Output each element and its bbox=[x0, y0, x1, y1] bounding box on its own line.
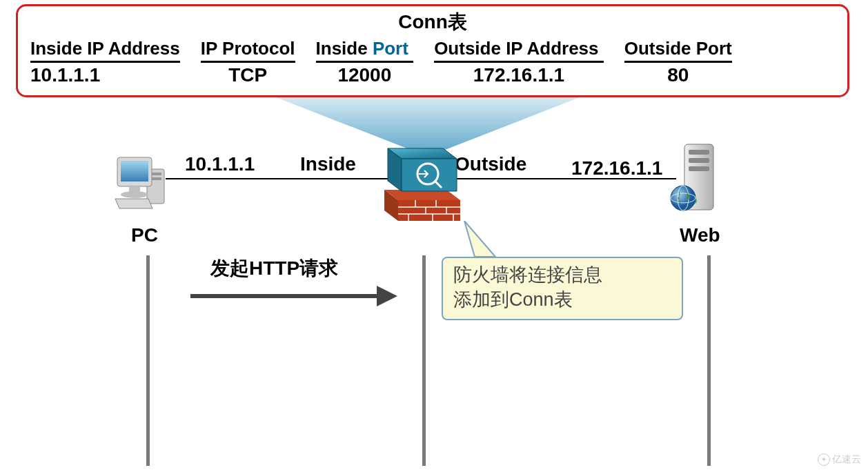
callout-line2: 添加到Conn表 bbox=[453, 287, 671, 312]
col-inside-ip: Inside IP Address 10.1.1.1 bbox=[30, 38, 180, 86]
pc-icon bbox=[114, 145, 169, 214]
watermark-icon: ✦ bbox=[818, 453, 830, 466]
svg-marker-10 bbox=[398, 200, 460, 221]
right-ip-label: 172.16.1.1 bbox=[571, 157, 662, 179]
web-label: Web bbox=[680, 224, 720, 246]
inside-label: Inside bbox=[300, 153, 356, 175]
firewall-icon bbox=[381, 141, 464, 221]
col-inside-port: Inside PortInside Port 12000 bbox=[316, 38, 414, 86]
col-value: 12000 bbox=[316, 64, 414, 86]
left-ip-label: 10.1.1.1 bbox=[185, 153, 255, 175]
conn-table-columns: Inside IP Address 10.1.1.1 IP Protocol T… bbox=[30, 38, 835, 86]
svg-marker-33 bbox=[464, 221, 495, 257]
svg-point-7 bbox=[121, 191, 148, 198]
callout-tail bbox=[461, 221, 502, 259]
col-value: 172.16.1.1 bbox=[434, 64, 604, 86]
conn-table-title: Conn表 bbox=[30, 9, 835, 35]
col-value: 10.1.1.1 bbox=[30, 64, 180, 86]
col-outside-port: Outside Port 80 bbox=[624, 38, 732, 86]
http-request-label: 发起HTTP请求 bbox=[210, 255, 338, 282]
col-value: TCP bbox=[201, 64, 295, 86]
conn-table: Conn表 Inside IP Address 10.1.1.1 IP Prot… bbox=[16, 4, 849, 97]
col-header: Outside IP AddressOutside IP Address bbox=[434, 38, 604, 63]
lifeline-pc bbox=[146, 255, 150, 466]
col-value: 80 bbox=[624, 64, 732, 86]
pc-label: PC bbox=[131, 224, 158, 246]
col-header: Inside IP Address bbox=[30, 38, 180, 63]
svg-rect-27 bbox=[689, 158, 709, 163]
svg-point-30 bbox=[671, 186, 696, 210]
svg-rect-5 bbox=[121, 161, 148, 182]
col-header: Inside PortInside Port bbox=[316, 38, 414, 63]
col-outside-ip: Outside IP AddressOutside IP Address 172… bbox=[434, 38, 604, 86]
web-server-icon bbox=[669, 141, 724, 217]
col-ip-protocol: IP Protocol TCP bbox=[201, 38, 295, 86]
col-header: Outside Port bbox=[624, 38, 732, 63]
svg-rect-28 bbox=[689, 166, 709, 171]
svg-rect-6 bbox=[129, 186, 140, 192]
lifeline-web bbox=[707, 255, 711, 466]
col-header: IP Protocol bbox=[201, 38, 295, 63]
callout-line1: 防火墙将连接信息 bbox=[453, 262, 671, 287]
http-request-arrow bbox=[190, 283, 397, 311]
callout-box: 防火墙将连接信息 添加到Conn表 bbox=[442, 257, 683, 320]
watermark-text: 亿速云 bbox=[832, 453, 861, 466]
svg-rect-26 bbox=[689, 150, 709, 155]
outside-label: Outside bbox=[455, 153, 526, 175]
watermark: ✦ 亿速云 bbox=[818, 453, 861, 466]
lifeline-firewall bbox=[422, 255, 426, 466]
